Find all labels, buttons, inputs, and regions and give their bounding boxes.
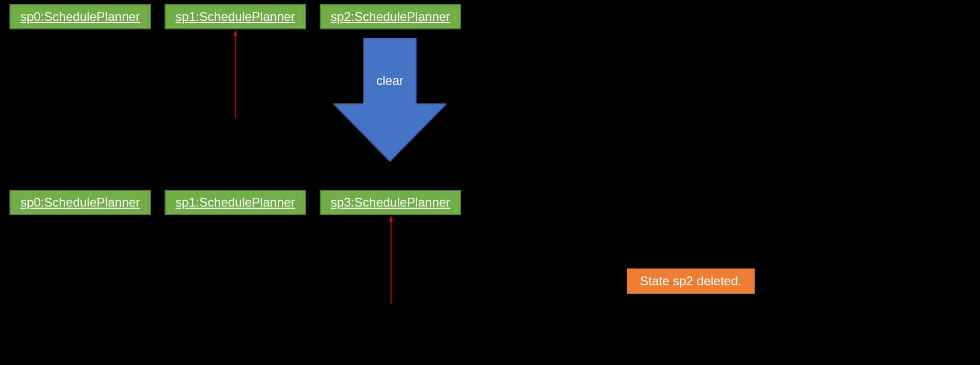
object-sp1-before: sp1:SchedulePlanner xyxy=(165,4,306,29)
object-sp2-before: sp2:SchedulePlanner xyxy=(320,4,461,29)
object-label: sp0:SchedulePlanner xyxy=(20,9,140,24)
object-sp0-after: sp0:SchedulePlanner xyxy=(9,190,151,215)
pointer-arrow-before xyxy=(231,29,240,119)
clear-arrow-icon xyxy=(333,38,447,162)
object-label: sp3:SchedulePlanner xyxy=(331,195,450,210)
object-label: sp2:SchedulePlanner xyxy=(331,9,450,24)
object-label: sp1:SchedulePlanner xyxy=(176,195,295,210)
object-label: sp0:SchedulePlanner xyxy=(20,195,140,210)
object-sp0-before: sp0:SchedulePlanner xyxy=(9,4,151,29)
object-label: sp1:SchedulePlanner xyxy=(176,9,295,24)
deletion-note: State sp2 deleted. xyxy=(627,269,755,294)
deletion-note-text: State sp2 deleted. xyxy=(640,274,741,288)
object-sp3-after: sp3:SchedulePlanner xyxy=(320,190,461,215)
pointer-arrow-after xyxy=(386,215,396,304)
object-sp1-after: sp1:SchedulePlanner xyxy=(165,190,306,215)
